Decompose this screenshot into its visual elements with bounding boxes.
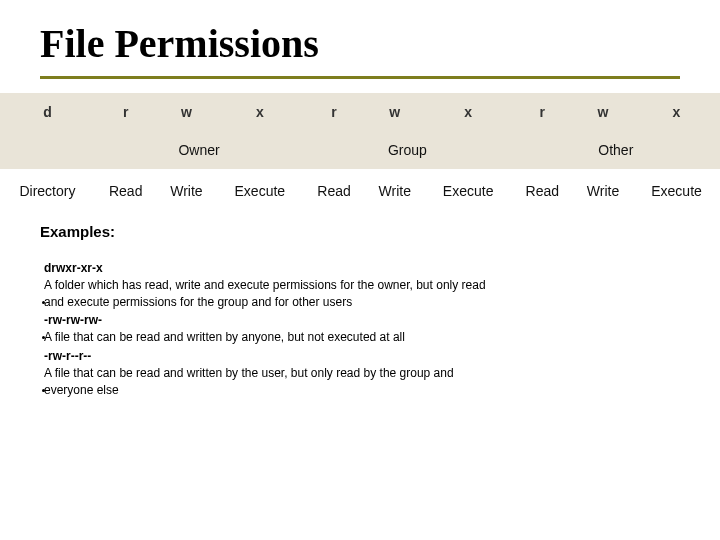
example-code: -rw-r--r-- [44, 348, 680, 365]
perm-letter: w [365, 93, 425, 131]
example-desc: A folder which has read, write and execu… [44, 277, 680, 294]
perm-letter: x [425, 93, 512, 131]
perm-letter: x [216, 93, 303, 131]
perm-category-other: Other [512, 131, 720, 169]
body: Examples: drwxr-xr-x A folder which has … [0, 209, 720, 398]
table-row-letters: d r w x r w x r w x [0, 93, 720, 131]
examples-heading: Examples: [40, 223, 680, 240]
perm-letter: r [303, 93, 365, 131]
perm-letter: d [0, 93, 95, 131]
perm-meaning: Write [365, 169, 425, 209]
example-desc: A file that can be read and written by t… [44, 365, 680, 382]
perm-letter: w [156, 93, 216, 131]
perm-meaning: Execute [425, 169, 512, 209]
example-code: -rw-rw-rw- [44, 312, 680, 329]
perm-meaning: Execute [216, 169, 303, 209]
perm-meaning: Read [95, 169, 157, 209]
perm-meaning: Read [512, 169, 574, 209]
perm-letter: r [512, 93, 574, 131]
title-block: File Permissions [0, 22, 720, 79]
perm-meaning: Read [303, 169, 365, 209]
example-desc: everyone else [44, 382, 680, 399]
slide: File Permissions d r w x r w x r w x Own… [0, 0, 720, 540]
perm-category-owner: Owner [95, 131, 303, 169]
table-row-categories: Owner Group Other [0, 131, 720, 169]
page-title: File Permissions [40, 22, 720, 66]
example-item: -rw-r--r-- A file that can be read and w… [44, 348, 680, 398]
permissions-table: d r w x r w x r w x Owner Group Other Di… [0, 93, 720, 209]
perm-letter: x [633, 93, 720, 131]
example-code: drwxr-xr-x [44, 260, 680, 277]
perm-meaning: Directory [0, 169, 95, 209]
perm-category-group: Group [303, 131, 511, 169]
example-item: drwxr-xr-x A folder which has read, writ… [44, 260, 680, 310]
title-underline [40, 76, 680, 79]
perm-letter: r [95, 93, 157, 131]
example-desc: A file that can be read and written by a… [44, 329, 680, 346]
perm-meaning: Execute [633, 169, 720, 209]
table-row-meanings: Directory Read Write Execute Read Write … [0, 169, 720, 209]
example-item: -rw-rw-rw- A file that can be read and w… [44, 312, 680, 346]
perm-meaning: Write [156, 169, 216, 209]
perm-letter: w [573, 93, 633, 131]
perm-meaning: Write [573, 169, 633, 209]
perm-category-blank [0, 131, 95, 169]
example-desc: and execute permissions for the group an… [44, 294, 680, 311]
